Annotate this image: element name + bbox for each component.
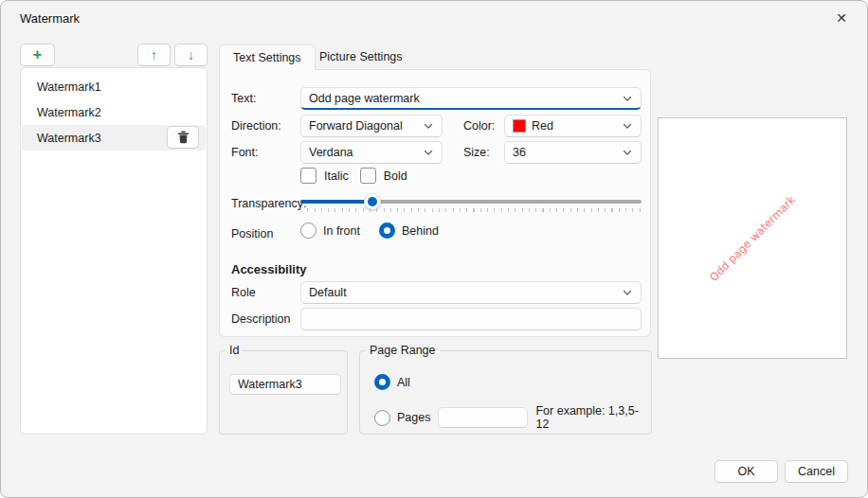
in-front-radio[interactable] xyxy=(300,222,316,239)
tab-label: Text Settings xyxy=(233,51,301,64)
position-label: Position xyxy=(231,227,273,240)
tab-picture-settings[interactable]: Picture Settings xyxy=(306,44,416,69)
role-value: Default xyxy=(309,286,347,299)
plus-icon: + xyxy=(33,46,42,63)
position-options: In front Behind xyxy=(300,222,439,239)
chevron-down-icon xyxy=(622,287,633,298)
text-label: Text: xyxy=(231,92,256,105)
italic-checkbox[interactable] xyxy=(300,168,316,184)
behind-label: Behind xyxy=(402,224,439,238)
font-label: Font: xyxy=(231,146,259,159)
list-item-label: Watermark3 xyxy=(37,132,101,145)
direction-dropdown[interactable]: Forward Diagonal xyxy=(300,115,443,137)
list-item-label: Watermark1 xyxy=(37,80,101,94)
list-item-watermark3[interactable]: Watermark3 xyxy=(22,125,206,151)
move-down-button[interactable]: ↓ xyxy=(174,44,208,66)
close-icon: ✕ xyxy=(836,10,847,26)
color-value: Red xyxy=(532,119,553,133)
pages-row: Pages For example: 1,3,5-12 xyxy=(374,404,651,431)
chevron-down-icon xyxy=(622,147,633,158)
delete-watermark-button[interactable] xyxy=(167,126,199,149)
close-button[interactable]: ✕ xyxy=(823,5,859,31)
page-range-legend: Page Range xyxy=(366,344,440,357)
slider-ticks xyxy=(300,208,642,212)
pages-input[interactable] xyxy=(438,407,528,428)
size-label: Size: xyxy=(463,146,490,159)
color-dropdown[interactable]: Red xyxy=(504,115,642,137)
transparency-slider-fill xyxy=(300,200,372,204)
color-swatch xyxy=(513,119,526,133)
description-input[interactable] xyxy=(300,308,642,330)
add-watermark-button[interactable]: + xyxy=(20,44,55,66)
list-item-watermark2[interactable]: Watermark2 xyxy=(22,99,206,125)
transparency-label: Transparency: xyxy=(231,197,306,210)
in-front-label: In front xyxy=(323,224,360,238)
color-label: Color: xyxy=(463,119,495,133)
all-label: All xyxy=(397,376,410,389)
chevron-down-icon xyxy=(423,147,434,158)
bold-label: Bold xyxy=(384,169,407,183)
watermark-dialog: Watermark ✕ + ↑ ↓ Watermark1 Watermark2 … xyxy=(0,0,868,498)
size-value: 36 xyxy=(513,146,526,159)
watermark-list: Watermark1 Watermark2 Watermark3 xyxy=(20,67,208,435)
chevron-down-icon xyxy=(622,120,633,132)
italic-label: Italic xyxy=(324,169,349,183)
direction-value: Forward Diagonal xyxy=(309,119,403,133)
chevron-down-icon xyxy=(622,93,633,104)
list-item-label: Watermark2 xyxy=(37,106,101,119)
role-dropdown[interactable]: Default xyxy=(300,281,642,304)
arrow-up-icon: ↑ xyxy=(151,47,157,62)
font-dropdown[interactable]: Verdana xyxy=(300,141,443,164)
page-range-group: Page Range All Pages For example: 1,3,5-… xyxy=(359,344,652,435)
id-group-legend: Id xyxy=(226,344,243,357)
bold-checkbox[interactable] xyxy=(360,168,376,184)
all-radio[interactable] xyxy=(374,374,390,390)
chevron-down-icon xyxy=(423,120,434,132)
preview-watermark-text: Odd page watermark xyxy=(707,192,798,283)
font-value: Verdana xyxy=(309,146,353,159)
page-range-example: For example: 1,3,5-12 xyxy=(535,404,651,431)
accessibility-heading: Accessibility xyxy=(231,262,307,276)
watermark-preview: Odd page watermark xyxy=(658,117,847,359)
description-label: Description xyxy=(231,312,291,326)
style-checkbox-row: Italic Bold xyxy=(300,168,407,184)
move-up-button[interactable]: ↑ xyxy=(137,44,171,66)
all-pages-row: All xyxy=(374,374,410,390)
list-item-watermark1[interactable]: Watermark1 xyxy=(22,74,206,99)
id-group: Id xyxy=(219,344,348,435)
ok-label: OK xyxy=(737,465,754,478)
pages-label: Pages xyxy=(397,411,430,424)
ok-button[interactable]: OK xyxy=(714,460,778,483)
arrow-down-icon: ↓ xyxy=(188,47,194,62)
dialog-title: Watermark xyxy=(20,11,80,26)
id-input[interactable] xyxy=(229,374,341,395)
role-label: Role xyxy=(231,286,256,299)
size-dropdown[interactable]: 36 xyxy=(504,141,642,164)
cancel-label: Cancel xyxy=(798,465,835,478)
direction-label: Direction: xyxy=(231,119,281,133)
text-settings-panel: Text: Odd page watermark Direction: Forw… xyxy=(219,69,651,337)
pages-radio[interactable] xyxy=(374,410,390,426)
text-value: Odd page watermark xyxy=(309,92,420,105)
trash-icon xyxy=(177,131,190,144)
tab-label: Picture Settings xyxy=(319,50,403,63)
behind-radio[interactable] xyxy=(379,222,395,239)
tab-text-settings[interactable]: Text Settings xyxy=(219,44,316,70)
text-combobox[interactable]: Odd page watermark xyxy=(300,87,642,110)
cancel-button[interactable]: Cancel xyxy=(785,460,848,483)
